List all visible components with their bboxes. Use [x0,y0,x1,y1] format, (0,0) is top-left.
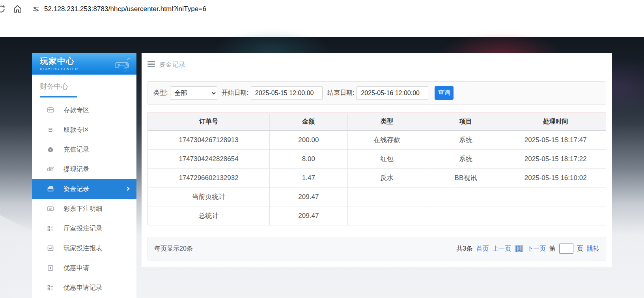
col-header-process-time: 处理时间 [505,113,606,131]
cell-amount: 1.47 [270,169,348,187]
cell-amount: 8.00 [270,150,348,169]
screen: 52.128.231.253:8783/hhcp/usercenter.html… [0,0,644,298]
grid-list-icon [47,225,55,232]
cell-order-no: 1747296602132932 [148,169,270,187]
cell-order-no: 1747304267128913 [148,131,270,150]
type-label: 类型: [153,89,168,97]
sidebar-header: 玩家中心 PLAYERS CENTER [32,53,136,75]
cell-type: 反水 [347,169,426,187]
col-header-order-no: 订单号 [148,113,270,131]
cell-project: 系统 [426,131,505,150]
cell-amount: 209.47 [270,187,348,206]
sidebar-section: 财务中心 [32,75,136,97]
sidebar-item-recharge-records[interactable]: ¥ 充值记录 [32,140,136,159]
cell-time: 2025-05-15 16:10:02 [505,169,606,187]
fund-records-table: 订单号 金额 类型 项目 处理时间 1747304267128913 200.0… [147,112,606,225]
col-header-type: 类型 [347,113,426,131]
cell-type: 红包 [347,150,426,169]
sidebar: 玩家中心 PLAYERS CENTER 财务中心 [32,53,136,298]
site-settings-icon[interactable] [30,3,42,15]
menu-toggle-icon[interactable] [147,61,155,68]
cell-project: BB视讯 [426,169,505,187]
table-row-page-summary: 当前页统计 209.47 [148,187,606,206]
sidebar-item-withdrawal-records[interactable]: 提现记录 [32,159,136,179]
sidebar-item-withdraw-zone[interactable]: 取款专区 [32,120,136,140]
grid-list-icon [47,284,55,292]
page-title: 资金记录 [159,61,186,69]
sidebar-item-label: 取款专区 [63,126,90,134]
sidebar-item-promo-apply-records[interactable]: 优惠申请记录 [32,278,136,298]
omnibox[interactable]: 52.128.231.253:8783/hhcp/usercenter.html… [30,2,206,16]
sidebar-item-fund-records[interactable]: 资金记录 [32,179,136,199]
jump-link[interactable]: 跳转 [587,245,599,253]
list-card-icon [47,205,55,213]
cell-amount: 200.00 [270,131,348,150]
sidebar-item-label: 存款专区 [63,106,90,114]
sidebar-item-label: 资金记录 [63,185,90,193]
cell-amount: 209.47 [270,206,348,225]
pagination-bar: 每页显示20条 共3条 首页 上一页 [1] 下一页 第 页 跳转 [147,237,606,261]
section-divider [40,97,129,97]
url-text[interactable]: 52.128.231.253:8783/hhcp/usercenter.html… [44,5,206,13]
search-button[interactable]: 查询 [435,86,454,100]
prev-page-link[interactable]: 上一页 [492,245,511,253]
deposit-machine-icon [47,106,55,114]
cell-summary-label: 总统计 [148,206,270,225]
promo-yen-icon [47,264,55,272]
filter-bar: 类型: 全部 开始日期: 结束日期: 查询 [147,81,606,105]
jump-page-input[interactable] [559,244,573,254]
sidebar-item-hall-bet-records[interactable]: 厅室投注记录 [32,219,136,238]
cell-summary-label: 当前页统计 [148,187,270,206]
breadcrumb: 资金记录 [147,59,186,71]
current-page-badge[interactable]: [1] [515,245,523,252]
cell-order-no: 1747304242828654 [148,150,270,169]
chart-report-icon [47,244,55,252]
sidebar-item-label: 优惠申请记录 [63,284,103,292]
col-header-project: 项目 [426,113,505,131]
gamepad-icon [114,56,132,73]
sidebar-item-label: 彩票下注明细 [63,205,103,213]
wallet-icon [47,185,55,193]
sidebar-item-label: 充值记录 [63,146,90,154]
table-row: 1747304267128913 200.00 在线存款 系统 2025-05-… [148,131,606,150]
start-date-input[interactable] [251,86,323,100]
sidebar-item-promo-apply[interactable]: 优惠申请 [32,258,136,278]
page-size-text: 每页显示20条 [154,245,193,253]
end-date-label: 结束日期: [327,89,354,97]
table-row: 1747296602132932 1.47 反水 BB视讯 2025-05-15… [148,169,606,187]
chevron-right-icon [125,186,130,193]
finance-center-label: 财务中心 [40,82,129,91]
table-row-total-summary: 总统计 209.47 [148,206,606,225]
cell-type: 在线存款 [347,131,426,150]
cell-time: 2025-05-15 18:17:47 [505,131,606,150]
next-page-link[interactable]: 下一页 [527,245,546,253]
sidebar-item-lottery-bet-details[interactable]: 彩票下注明细 [32,199,136,219]
start-date-label: 开始日期: [221,89,248,97]
cell-project: 系统 [426,150,505,169]
banknotes-icon [47,165,55,173]
sidebar-item-label: 优惠申请 [63,264,90,272]
svg-text:¥: ¥ [50,148,51,151]
reload-icon[interactable] [0,4,6,16]
sidebar-item-label: 玩家投注报表 [63,244,103,253]
sidebar-item-label: 厅室投注记录 [63,225,103,233]
end-date-input[interactable] [357,86,428,100]
main-panel: 资金记录 类型: 全部 开始日期: 结束日期: 查询 订单号 金额 类型 项目 … [142,53,612,267]
money-bag-icon: ¥ [47,146,55,154]
jump-suffix-text: 页 [577,245,583,253]
home-icon[interactable] [13,4,22,15]
jump-prefix-text: 第 [549,245,556,253]
hand-coins-icon [47,126,55,134]
browser-address-bar: 52.128.231.253:8783/hhcp/usercenter.html… [0,0,644,18]
sidebar-item-label: 提现记录 [63,165,90,174]
first-page-link[interactable]: 首页 [476,245,489,253]
cell-time: 2025-05-15 18:17:22 [505,150,606,169]
total-count-text: 共3条 [456,245,472,253]
col-header-amount: 金额 [270,113,348,131]
table-row: 1747304242828654 8.00 红包 系统 2025-05-15 1… [148,150,606,169]
sidebar-menu: 存款专区 取款专区 ¥ 充值记录 [32,100,136,298]
type-select[interactable]: 全部 [170,86,217,100]
sidebar-item-deposit-zone[interactable]: 存款专区 [32,100,136,120]
table-header-row: 订单号 金额 类型 项目 处理时间 [148,113,606,131]
sidebar-item-player-bet-report[interactable]: 玩家投注报表 [32,238,136,258]
